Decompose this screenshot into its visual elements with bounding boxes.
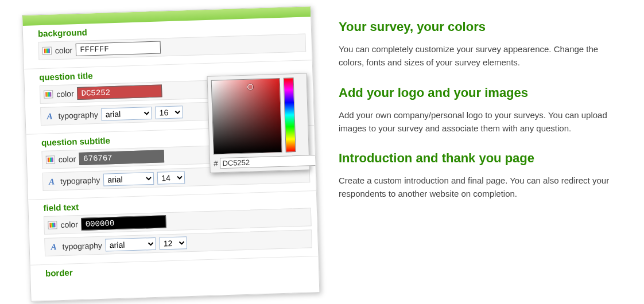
color-picker-popover: # OK bbox=[207, 73, 309, 173]
hue-slider[interactable] bbox=[284, 77, 296, 153]
color-label: color bbox=[59, 154, 76, 164]
typography-row: A typography arial 12 bbox=[44, 229, 312, 256]
typography-icon: A bbox=[44, 112, 55, 120]
hash-label: # bbox=[214, 159, 218, 167]
color-label: color bbox=[55, 45, 73, 55]
font-select[interactable]: arial bbox=[103, 172, 154, 186]
paragraph-colors: You can completely customize your survey… bbox=[339, 42, 623, 69]
typography-icon: A bbox=[46, 177, 57, 186]
color-picker-icon[interactable] bbox=[44, 90, 53, 98]
typography-label: typography bbox=[62, 241, 102, 251]
color-picker-icon[interactable] bbox=[46, 155, 55, 163]
font-select[interactable]: arial bbox=[101, 107, 152, 121]
font-size-select[interactable]: 14 bbox=[157, 171, 185, 184]
heading-logo: Add your logo and your images bbox=[339, 85, 623, 100]
section-field-text: field text color 000000 A typography ari… bbox=[28, 191, 318, 266]
heading-colors: Your survey, your colors bbox=[339, 20, 623, 34]
color-label: color bbox=[56, 89, 74, 99]
color-gradient[interactable] bbox=[211, 78, 282, 155]
marketing-copy: Your survey, your colors You can complet… bbox=[321, 0, 644, 304]
style-editor: background color FFFFFF question title c… bbox=[22, 6, 320, 302]
color-cursor[interactable] bbox=[247, 84, 253, 89]
color-label: color bbox=[60, 220, 78, 229]
color-picker-icon[interactable] bbox=[48, 221, 57, 229]
color-swatch-input[interactable]: DC5252 bbox=[77, 84, 162, 100]
font-size-select[interactable]: 16 bbox=[155, 106, 183, 119]
hex-input[interactable] bbox=[220, 155, 320, 169]
color-picker-icon[interactable] bbox=[42, 46, 52, 54]
typography-icon: A bbox=[48, 243, 59, 251]
color-swatch-input[interactable]: FFFFFF bbox=[76, 41, 161, 56]
typography-label: typography bbox=[60, 176, 100, 186]
color-swatch-input[interactable]: 000000 bbox=[81, 215, 166, 231]
paragraph-logo: Add your own company/personal logo to yo… bbox=[339, 108, 623, 135]
typography-label: typography bbox=[58, 110, 98, 120]
paragraph-pages: Create a custom introduction and final p… bbox=[339, 174, 623, 201]
font-select[interactable]: arial bbox=[106, 237, 157, 252]
screenshot-panel: background color FFFFFF question title c… bbox=[0, 0, 321, 304]
color-row: color FFFFFF bbox=[38, 33, 306, 60]
heading-pages: Introduction and thank you page bbox=[339, 151, 623, 166]
color-swatch-input[interactable]: 676767 bbox=[79, 150, 165, 165]
font-size-select[interactable]: 12 bbox=[160, 236, 188, 250]
